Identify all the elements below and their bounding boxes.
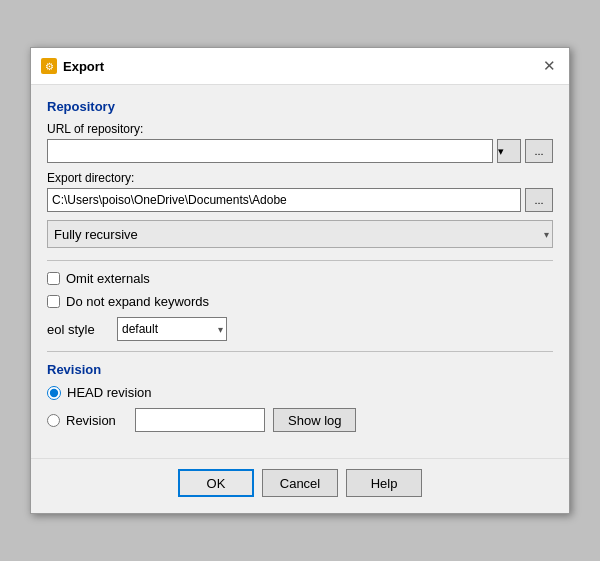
dialog-icon: ⚙	[41, 58, 57, 74]
revision-input[interactable]	[135, 408, 265, 432]
head-revision-row: HEAD revision	[47, 385, 553, 400]
head-revision-label[interactable]: HEAD revision	[67, 385, 152, 400]
no-expand-row: Do not expand keywords	[47, 294, 553, 309]
revision-input-row: Revision Show log	[47, 408, 553, 432]
show-log-button[interactable]: Show log	[273, 408, 356, 432]
recursive-dropdown-wrapper: Fully recursive Immediate children only …	[47, 220, 553, 248]
revision-radio-wrapper: Revision	[47, 413, 127, 428]
title-bar: ⚙ Export ✕	[31, 48, 569, 85]
export-dir-browse-button[interactable]: ...	[525, 188, 553, 212]
dialog-body: Repository URL of repository: ▾ ... Expo…	[31, 85, 569, 452]
eol-label: eol style	[47, 322, 107, 337]
omit-externals-label[interactable]: Omit externals	[66, 271, 150, 286]
url-row: ▾ ...	[47, 139, 553, 163]
options-section: Omit externals Do not expand keywords eo…	[47, 271, 553, 341]
export-dir-label: Export directory:	[47, 171, 553, 185]
dialog-footer: OK Cancel Help	[31, 458, 569, 513]
divider-2	[47, 351, 553, 352]
divider-1	[47, 260, 553, 261]
revision-section: Revision HEAD revision Revision Show log	[47, 362, 553, 432]
export-dir-row: ...	[47, 188, 553, 212]
no-expand-label[interactable]: Do not expand keywords	[66, 294, 209, 309]
no-expand-checkbox[interactable]	[47, 295, 60, 308]
eol-dropdown-wrapper: default CR LF CRLF native ▾	[117, 317, 227, 341]
recursive-dropdown[interactable]: Fully recursive Immediate children only …	[47, 220, 553, 248]
url-browse-button[interactable]: ...	[525, 139, 553, 163]
revision-radio[interactable]	[47, 414, 60, 427]
eol-dropdown[interactable]: default CR LF CRLF native	[117, 317, 227, 341]
revision-radio-label[interactable]: Revision	[66, 413, 116, 428]
omit-externals-checkbox[interactable]	[47, 272, 60, 285]
cancel-button[interactable]: Cancel	[262, 469, 338, 497]
export-dialog: ⚙ Export ✕ Repository URL of repository:…	[30, 47, 570, 514]
head-revision-radio[interactable]	[47, 386, 61, 400]
url-input[interactable]	[47, 139, 493, 163]
repository-label: Repository	[47, 99, 553, 114]
url-dropdown-select[interactable]: ▾	[497, 139, 521, 163]
ok-button[interactable]: OK	[178, 469, 254, 497]
dialog-title: Export	[63, 59, 539, 74]
close-button[interactable]: ✕	[539, 56, 559, 76]
revision-label: Revision	[47, 362, 553, 377]
help-button[interactable]: Help	[346, 469, 422, 497]
repository-section: Repository URL of repository: ▾ ... Expo…	[47, 99, 553, 248]
export-dir-input[interactable]	[47, 188, 521, 212]
omit-externals-row: Omit externals	[47, 271, 553, 286]
url-dropdown-wrapper	[47, 139, 493, 163]
eol-row: eol style default CR LF CRLF native ▾	[47, 317, 553, 341]
url-label: URL of repository:	[47, 122, 553, 136]
url-dropdown-arrow-wrapper: ▾	[497, 139, 521, 163]
